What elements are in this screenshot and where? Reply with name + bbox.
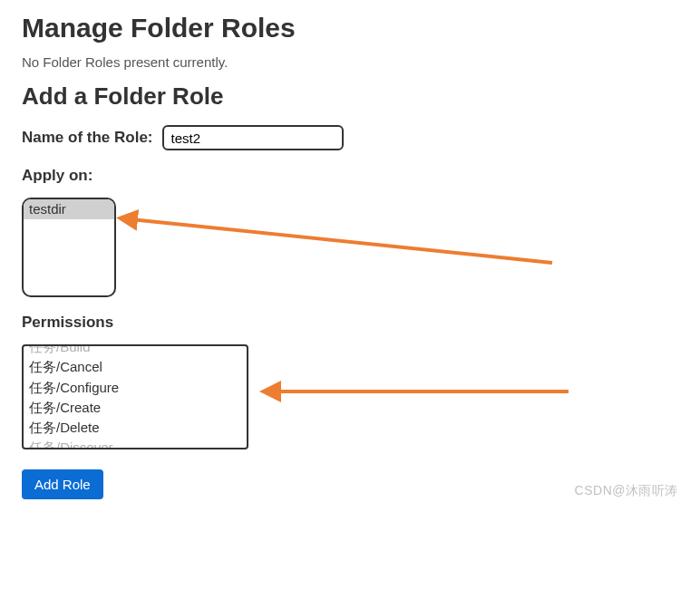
apply-option[interactable]: testdir bbox=[24, 199, 114, 219]
permission-option[interactable]: 任务/Create bbox=[24, 398, 247, 418]
role-name-label: Name of the Role: bbox=[22, 129, 153, 147]
permissions-select[interactable]: 任务/Build任务/Cancel任务/Configure任务/Create任务… bbox=[22, 344, 248, 449]
annotation-arrow-icon bbox=[256, 370, 582, 424]
empty-roles-message: No Folder Roles present currently. bbox=[22, 54, 678, 70]
permissions-label: Permissions bbox=[22, 314, 678, 332]
apply-on-select[interactable]: testdir bbox=[22, 198, 116, 297]
add-role-button[interactable]: Add Role bbox=[22, 469, 103, 499]
add-role-heading: Add a Folder Role bbox=[22, 82, 678, 111]
watermark-text: CSDN@沐雨听涛 bbox=[575, 483, 678, 499]
permission-option[interactable]: 任务/Delete bbox=[24, 418, 247, 438]
permission-option[interactable]: 任务/Build bbox=[24, 346, 247, 357]
annotation-arrow-icon bbox=[112, 198, 566, 279]
permission-option[interactable]: 任务/Configure bbox=[24, 378, 247, 398]
permission-option[interactable]: 任务/Discover bbox=[24, 438, 247, 448]
role-name-input[interactable] bbox=[162, 125, 344, 150]
svg-line-1 bbox=[131, 219, 552, 263]
page-title: Manage Folder Roles bbox=[22, 13, 678, 43]
permission-option[interactable]: 任务/Cancel bbox=[24, 357, 247, 377]
apply-on-label: Apply on: bbox=[22, 167, 678, 185]
